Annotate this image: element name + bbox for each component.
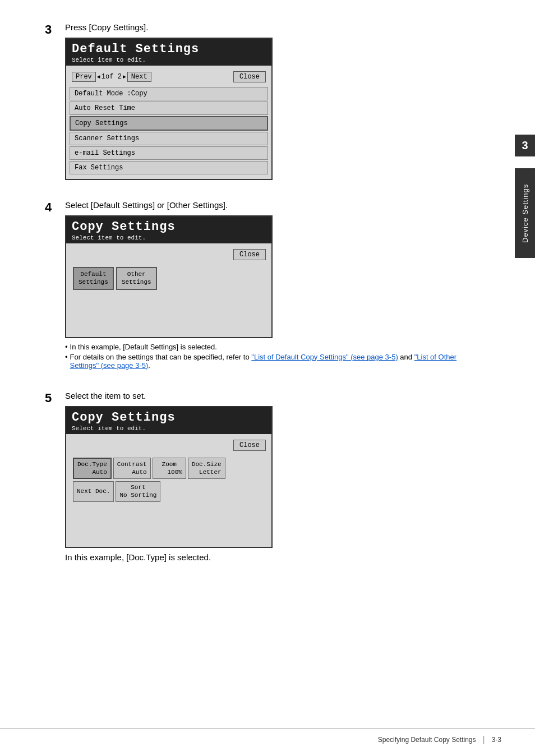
screen-copy-settings-5: Copy Settings Select item to edit. Close…: [65, 406, 273, 548]
other-settings-button[interactable]: OtherSettings: [116, 267, 157, 290]
screen-title-area-3: Copy Settings Select item to edit.: [66, 407, 271, 434]
menu-item-auto-reset[interactable]: Auto Reset Time: [70, 102, 268, 115]
contrast-button[interactable]: Contrast Auto: [113, 458, 151, 480]
next-button-1[interactable]: Next: [127, 72, 151, 82]
notes-area-4: • In this example, [Default Settings] is…: [65, 343, 471, 370]
step-3: 3 Press [Copy Settings]. Default Setting…: [45, 22, 471, 185]
step-5-content: Select the item to set. Copy Settings Se…: [65, 391, 471, 568]
step-5-note: In this example, [Doc.Type] is selected.: [65, 552, 471, 562]
step-3-content: Press [Copy Settings]. Default Settings …: [65, 22, 471, 185]
page-footer: Specifying Default Copy Settings | 3-3: [0, 729, 535, 745]
footer-left: Specifying Default Copy Settings: [378, 736, 476, 744]
arrow-left-1: ◄: [97, 74, 100, 80]
step-4-content: Select [Default Settings] or [Other Sett…: [65, 200, 471, 375]
menu-item-scanner-settings[interactable]: Scanner Settings: [70, 132, 268, 145]
screen-copy-settings-4: Copy Settings Select item to edit. Close…: [65, 215, 273, 338]
screen-subtitle-1: Select item to edit.: [72, 57, 266, 63]
screen-body-1: Prev ◄ 1of 2 ► Next Close Default Mode :…: [66, 66, 271, 179]
chapter-number: 3: [515, 135, 535, 156]
close-button-3[interactable]: Close: [233, 440, 266, 451]
sort-button[interactable]: SortNo Sorting: [116, 481, 160, 502]
step-number-3: 3: [45, 22, 58, 37]
screen-body-2: Close DefaultSettings OtherSettings: [66, 243, 271, 337]
menu-item-copy-settings[interactable]: Copy Settings: [70, 116, 268, 131]
step-number-5: 5: [45, 391, 58, 405]
screen-empty-2: [70, 294, 268, 334]
screen-subtitle-2: Select item to edit.: [72, 234, 266, 241]
menu-item-email-settings[interactable]: e-mail Settings: [70, 146, 268, 160]
close-row-3: Close: [70, 437, 268, 453]
close-row-2: Close: [70, 247, 268, 262]
menu-item-fax-settings[interactable]: Fax Settings: [70, 161, 268, 174]
page-indicator-1: 1of 2: [102, 73, 122, 81]
arrow-right-1: ►: [123, 74, 126, 80]
default-settings-button[interactable]: DefaultSettings: [73, 267, 114, 290]
close-button-2[interactable]: Close: [233, 249, 266, 260]
step-3-instruction: Press [Copy Settings].: [65, 22, 471, 32]
note-bullet-2: •: [65, 353, 68, 361]
close-button-1[interactable]: Close: [233, 71, 266, 82]
footer-right: 3-3: [492, 736, 501, 744]
doc-size-button[interactable]: Doc.Size Letter: [188, 458, 225, 480]
prev-button-1[interactable]: Prev: [72, 72, 96, 82]
menu-item-default-mode[interactable]: Default Mode :Copy: [70, 87, 268, 100]
step-4: 4 Select [Default Settings] or [Other Se…: [45, 200, 471, 375]
note-item-1: • In this example, [Default Settings] is…: [65, 343, 471, 351]
chapter-title: Device Settings: [515, 168, 535, 258]
screen-title-large-3: Copy Settings: [72, 411, 266, 425]
screen-body-3: Close Doc.Type Auto Contrast Auto Zoom 1…: [66, 434, 271, 547]
screen-default-settings: Default Settings Select item to edit. Pr…: [65, 38, 273, 180]
step-5: 5 Select the item to set. Copy Settings …: [45, 391, 471, 568]
link-default-copy-settings[interactable]: "List of Default Copy Settings" (see pag…: [251, 353, 398, 361]
step-5-instruction: Select the item to set.: [65, 391, 471, 400]
screen-title-large-1: Default Settings: [72, 42, 266, 56]
step-number-4: 4: [45, 200, 58, 215]
screen-title-large-2: Copy Settings: [72, 220, 266, 234]
footer-separator: |: [483, 735, 485, 745]
screen-subtitle-3: Select item to edit.: [72, 425, 266, 432]
zoom-button[interactable]: Zoom 100%: [153, 458, 186, 480]
note-text-2: For details on the settings that can be …: [70, 353, 471, 370]
setting-items-row-1: Doc.Type Auto Contrast Auto Zoom 100% Do…: [70, 455, 268, 482]
note-text-1: In this example, [Default Settings] is s…: [70, 343, 217, 351]
setting-items-row-2: Next Doc. SortNo Sorting: [70, 481, 268, 504]
doc-type-button[interactable]: Doc.Type Auto: [73, 458, 112, 480]
note-item-2: • For details on the settings that can b…: [65, 353, 471, 370]
nav-row-1: Prev ◄ 1of 2 ► Next Close: [70, 69, 268, 85]
next-doc-button[interactable]: Next Doc.: [73, 481, 114, 502]
step-4-instruction: Select [Default Settings] or [Other Sett…: [65, 200, 471, 210]
nav-left-1: Prev ◄ 1of 2 ► Next: [72, 72, 151, 82]
screen-empty-3: [70, 504, 268, 543]
screen-title-area-1: Default Settings Select item to edit.: [66, 39, 271, 66]
note-bullet-1: •: [65, 343, 68, 351]
screen-title-area-2: Copy Settings Select item to edit.: [66, 216, 271, 243]
settings-buttons-row: DefaultSettings OtherSettings: [70, 265, 268, 292]
